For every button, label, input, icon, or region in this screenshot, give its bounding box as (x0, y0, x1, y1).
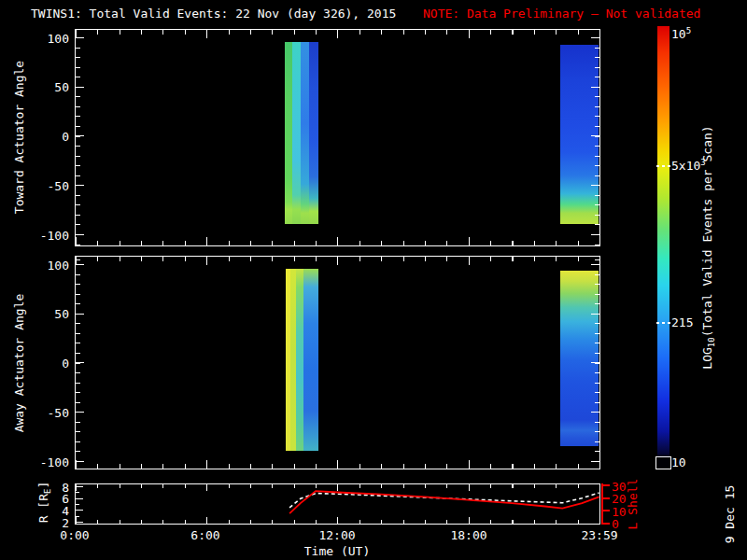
heatmap-column (292, 42, 301, 224)
l-shell-tick (601, 497, 610, 499)
colorbar-tick-label: 215 (671, 315, 693, 329)
preliminary-note: NOTE: Data Preliminary – Not validated (423, 7, 700, 21)
toward-tick-label: 50 (26, 80, 69, 94)
figure-root: TWINS1: Total Valid Events: 22 Nov (day … (0, 0, 747, 560)
time-tick-label: 12:00 (315, 528, 359, 542)
away-axis-title: Away Actuator Angle (12, 294, 26, 433)
l-shell-axis-line (601, 483, 603, 525)
heatmap-column (301, 42, 309, 224)
panel-away-spectrogram (75, 256, 600, 469)
rl-line-chart (76, 484, 599, 524)
time-tick-label: 18:00 (446, 528, 491, 542)
heatmap-band (285, 42, 318, 224)
colorbar-axis-title: LOG10(Total Valid Events per Scan) (700, 125, 714, 369)
time-axis-title: Time (UT) (280, 544, 394, 558)
time-tick-label: 0:00 (56, 528, 93, 542)
colorbar (657, 26, 669, 457)
r-axis-title: R [RE] (36, 482, 50, 524)
colorbar-end-box (655, 456, 671, 469)
time-tick-label: 23:59 (577, 528, 622, 542)
away-tick-label: 0 (26, 357, 69, 371)
toward-tick-label: -50 (26, 179, 69, 193)
toward-tick-label: -100 (26, 229, 69, 243)
date-stamp: 9 Dec 15 (723, 485, 737, 544)
heatmap-bands-away (76, 257, 599, 469)
l-shell-tick (601, 510, 610, 511)
l-shell-tick (601, 523, 610, 525)
heatmap-band (286, 269, 318, 451)
time-tick-label: 6:00 (187, 528, 224, 542)
heatmap-column (560, 271, 599, 446)
away-tick-label: 50 (26, 307, 69, 321)
heatmap-column (309, 42, 319, 224)
r-line (289, 493, 599, 508)
colorbar-tick-dash (656, 165, 670, 167)
l-shell-tick (601, 484, 610, 486)
l-shell-axis-title: L Shell (626, 479, 640, 530)
away-tick-label: -100 (26, 455, 69, 469)
plot-title: TWINS1: Total Valid Events: 22 Nov (day … (31, 7, 396, 21)
panel-r-lshell (75, 483, 600, 525)
heatmap-column (303, 269, 319, 451)
l-shell-line (289, 491, 599, 513)
heatmap-band (560, 271, 599, 446)
toward-tick-label: 0 (26, 130, 69, 144)
toward-axis-title: Toward Actuator Angle (12, 61, 26, 214)
colorbar-tick-dash (656, 322, 670, 324)
heatmap-column (560, 45, 599, 224)
panel-toward-spectrogram (75, 29, 600, 246)
heatmap-bands-toward (76, 30, 599, 245)
heatmap-band (560, 45, 599, 224)
colorbar-tick-label: 10 (671, 455, 686, 469)
colorbar-tick-label: 105 (671, 27, 691, 41)
away-tick-label: 100 (26, 259, 69, 273)
heatmap-column (285, 42, 291, 224)
heatmap-column (296, 269, 303, 451)
toward-tick-label: 100 (26, 32, 69, 46)
away-tick-label: -50 (26, 406, 69, 420)
